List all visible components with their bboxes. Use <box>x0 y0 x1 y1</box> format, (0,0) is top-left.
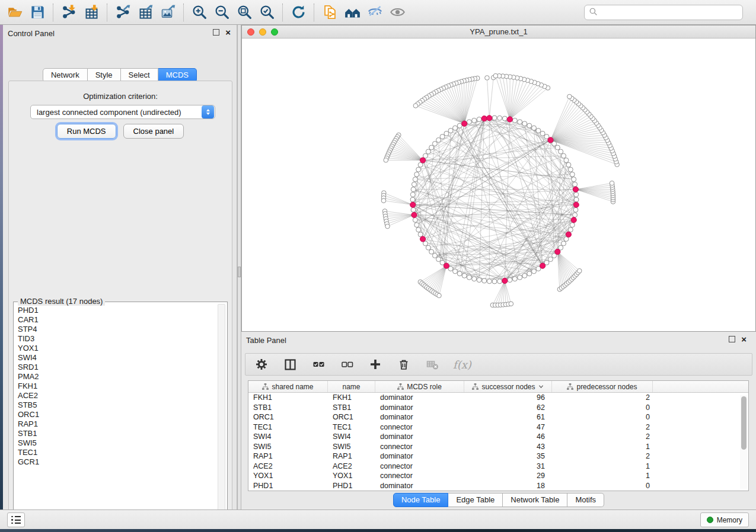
table-row[interactable]: SWI4SWI4dominator462 <box>248 432 748 442</box>
table-cell[interactable]: 2 <box>552 422 653 432</box>
column-header-predecessor-nodes[interactable]: predecessor nodes <box>552 381 653 392</box>
table-scrollbar[interactable] <box>740 395 747 489</box>
table-cell[interactable]: 2 <box>552 432 653 442</box>
zoom-fit-icon[interactable] <box>233 2 256 23</box>
table-cell[interactable]: 61 <box>464 412 552 422</box>
search-input[interactable] <box>598 8 742 17</box>
table-cell[interactable]: 0 <box>552 412 653 422</box>
duplicate-network-icon[interactable] <box>318 2 341 23</box>
save-session-icon[interactable] <box>26 2 49 23</box>
mcds-result-item[interactable]: SWI5 <box>18 438 216 448</box>
table-cell[interactable]: FKH1 <box>248 393 328 403</box>
table-cell[interactable]: YOX1 <box>248 471 328 481</box>
import-network-icon[interactable] <box>58 2 80 23</box>
mcds-result-item[interactable]: TEC1 <box>18 448 216 457</box>
table-cell[interactable]: 31 <box>464 462 552 472</box>
search-box[interactable] <box>584 5 743 20</box>
mcds-result-item[interactable]: GCR1 <box>18 457 216 467</box>
mcds-result-list[interactable]: PHD1CAR1STP4TID3YOX1SWI4SRD1PMA2FKH1ACE2… <box>14 306 216 517</box>
mcds-result-item[interactable]: SWI4 <box>18 353 216 363</box>
table-cell[interactable]: STB1 <box>248 403 328 413</box>
table-row[interactable]: SWI5SWI5connector431 <box>248 442 748 452</box>
table-cell[interactable]: FKH1 <box>328 393 375 403</box>
table-row[interactable]: YOX1YOX1connector291 <box>248 471 748 481</box>
mcds-result-item[interactable]: TID3 <box>18 334 216 344</box>
network-graph[interactable] <box>242 39 755 331</box>
table-cell[interactable]: dominator <box>375 432 464 442</box>
splitter-grip[interactable] <box>238 267 241 277</box>
table-cell[interactable]: ORC1 <box>328 412 375 422</box>
table-row[interactable]: PHD1PHD1dominator180 <box>248 481 748 491</box>
mcds-list-scrollbar[interactable] <box>218 304 225 518</box>
close-panel-icon[interactable]: × <box>225 29 231 36</box>
table-cell[interactable]: dominator <box>375 393 464 403</box>
table-cell[interactable]: dominator <box>375 481 464 491</box>
deselect-all-checkboxes-icon[interactable] <box>339 357 355 372</box>
table-row[interactable]: FKH1FKH1dominator962 <box>248 393 748 403</box>
delete-column-icon[interactable] <box>396 357 412 372</box>
mcds-result-item[interactable]: RAP1 <box>18 419 216 429</box>
criterion-dropdown[interactable]: largest connected component (undirected) <box>30 105 215 119</box>
tab-network-table[interactable]: Network Table <box>503 493 567 507</box>
memory-button[interactable]: Memory <box>700 512 749 527</box>
table-cell[interactable]: 1 <box>552 442 653 452</box>
mcds-result-item[interactable]: SRD1 <box>18 363 216 372</box>
zoom-in-icon[interactable] <box>188 2 210 23</box>
close-table-panel-icon[interactable]: × <box>741 336 747 342</box>
table-row[interactable]: TEC1TEC1connector472 <box>248 422 748 432</box>
show-all-eye-icon[interactable] <box>386 2 409 23</box>
table-cell[interactable]: ACE2 <box>328 462 375 472</box>
table-cell[interactable]: connector <box>375 462 464 472</box>
tab-motifs[interactable]: Motifs <box>567 493 604 507</box>
close-panel-button[interactable]: Close panel <box>123 124 184 139</box>
table-cell[interactable]: YOX1 <box>328 471 375 481</box>
float-panel-icon[interactable] <box>213 29 219 36</box>
table-cell[interactable]: 29 <box>464 471 552 481</box>
table-cell[interactable]: SWI4 <box>328 432 375 442</box>
table-cell[interactable]: dominator <box>375 403 464 413</box>
table-cell[interactable]: SWI4 <box>248 432 328 442</box>
table-cell[interactable]: 47 <box>464 422 552 432</box>
zoom-out-icon[interactable] <box>210 2 233 23</box>
network-overview-icon[interactable] <box>341 2 363 23</box>
column-header-MCDS-role[interactable]: MCDS role <box>375 381 464 392</box>
mcds-result-item[interactable]: PMA2 <box>18 372 216 382</box>
table-cell[interactable]: RAP1 <box>328 451 375 462</box>
refresh-layout-icon[interactable] <box>287 2 310 23</box>
table-cell[interactable]: SWI5 <box>248 442 328 452</box>
table-cell[interactable]: dominator <box>375 451 464 462</box>
table-scrollbar-thumb[interactable] <box>741 396 747 450</box>
column-header-shared-name[interactable]: shared name <box>248 381 328 392</box>
run-mcds-button[interactable]: Run MCDS <box>57 124 116 139</box>
table-cell[interactable]: dominator <box>375 412 464 422</box>
table-cell[interactable]: connector <box>375 422 464 432</box>
mcds-result-item[interactable]: ORC1 <box>18 410 216 419</box>
mcds-result-item[interactable]: CAR1 <box>18 315 216 325</box>
float-table-panel-icon[interactable] <box>729 336 735 342</box>
table-row[interactable]: STB1STB1dominator620 <box>248 403 748 413</box>
table-cell[interactable]: 1 <box>552 462 653 472</box>
table-cell[interactable]: ACE2 <box>248 462 328 472</box>
table-cell[interactable]: 2 <box>552 393 653 403</box>
mcds-result-item[interactable]: STB5 <box>18 400 216 410</box>
table-cell[interactable]: TEC1 <box>328 422 375 432</box>
table-cell[interactable]: 46 <box>464 432 552 442</box>
column-header-name[interactable]: name <box>328 381 375 392</box>
open-session-icon[interactable] <box>4 2 26 23</box>
export-network-icon[interactable] <box>111 2 134 23</box>
table-cell[interactable]: 96 <box>464 393 552 403</box>
table-cell[interactable]: 1 <box>552 471 653 481</box>
table-cell[interactable]: 18 <box>464 481 552 491</box>
export-image-icon[interactable] <box>157 2 179 23</box>
table-cell[interactable]: 2 <box>552 451 653 462</box>
table-row[interactable]: ORC1ORC1dominator610 <box>248 412 748 422</box>
table-cell[interactable]: connector <box>375 471 464 481</box>
zoom-selected-icon[interactable] <box>256 2 278 23</box>
mcds-result-item[interactable]: FKH1 <box>18 382 216 391</box>
table-row[interactable]: ACE2ACE2connector311 <box>248 462 748 472</box>
table-cell[interactable]: 62 <box>464 403 552 413</box>
table-cell[interactable]: RAP1 <box>248 451 328 462</box>
export-table-icon[interactable] <box>134 2 157 23</box>
tab-node-table[interactable]: Node Table <box>393 493 449 507</box>
task-history-button[interactable] <box>7 512 25 527</box>
